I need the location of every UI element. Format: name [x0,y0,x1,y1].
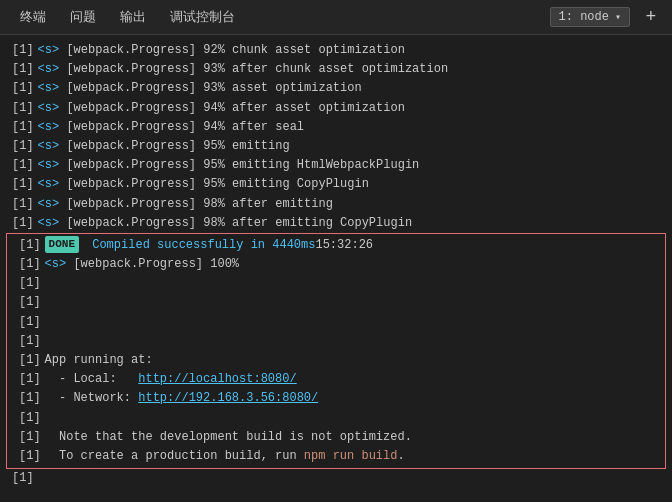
done-line: [1] DONE Compiled successfully in 4440ms… [7,236,665,255]
app-running-line: [1] App running at: [7,351,665,370]
terminal-line: [1] <s> [webpack.Progress] 95% emitting [0,137,672,156]
empty-line: [1] [7,274,665,293]
terminal-line: [1] <s> [webpack.Progress] 95% emitting … [0,175,672,194]
network-url[interactable]: http://192.168.3.56:8080/ [138,389,318,408]
tab-right-controls: 1: node ▾ + [550,4,664,30]
highlight-section: [1] DONE Compiled successfully in 4440ms… [6,233,666,469]
note-line-1: [1] Note that the development build is n… [7,428,665,447]
progress-100-line: [1] <s> [webpack.Progress] 100% [7,255,665,274]
terminal-area[interactable]: [1] <s> [webpack.Progress] 92% chunk ass… [0,35,672,502]
done-badge: DONE [45,236,79,254]
terminal-line: [1] <s> [webpack.Progress] 94% after ass… [0,99,672,118]
local-url-line: [1] - Local: http://localhost:8080/ [7,370,665,389]
tab-bar: 终端 问题 输出 调试控制台 1: node ▾ + [0,0,672,35]
tab-group: 终端 问题 输出 调试控制台 [8,0,247,35]
terminal-line: [1] <s> [webpack.Progress] 93% asset opt… [0,79,672,98]
tab-problems[interactable]: 问题 [58,0,108,35]
npm-run-build: npm run build [304,447,398,466]
add-terminal-button[interactable]: + [638,4,664,30]
terminal-line: [1] <s> [webpack.Progress] 93% after chu… [0,60,672,79]
local-url[interactable]: http://localhost:8080/ [138,370,296,389]
empty-line: [1] [7,293,665,312]
terminal-line: [1] <s> [webpack.Progress] 95% emitting … [0,156,672,175]
footer-line: [1] [0,469,672,488]
terminal-line: [1] <s> [webpack.Progress] 98% after emi… [0,195,672,214]
empty-line: [1] [7,409,665,428]
note-line-2: [1] To create a production build, run np… [7,447,665,466]
tab-debug-console[interactable]: 调试控制台 [158,0,247,35]
chevron-down-icon: ▾ [615,11,621,23]
empty-line: [1] [7,332,665,351]
terminal-line: [1] <s> [webpack.Progress] 94% after sea… [0,118,672,137]
tab-output[interactable]: 输出 [108,0,158,35]
tab-terminal[interactable]: 终端 [8,0,58,35]
network-url-line: [1] - Network: http://192.168.3.56:8080/ [7,389,665,408]
terminal-line: [1] <s> [webpack.Progress] 98% after emi… [0,214,672,233]
terminal-line: [1] <s> [webpack.Progress] 92% chunk ass… [0,41,672,60]
empty-line: [1] [7,313,665,332]
node-selector[interactable]: 1: node ▾ [550,7,630,27]
